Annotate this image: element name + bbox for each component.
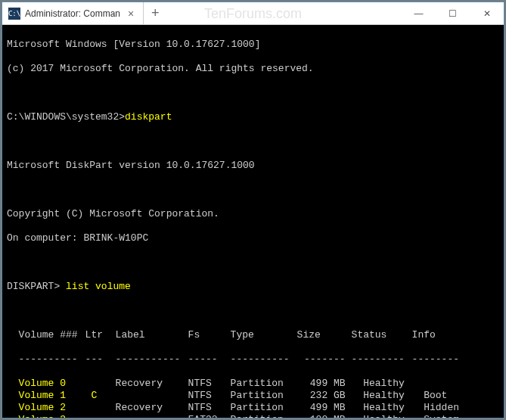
minimize-button[interactable]: — xyxy=(402,2,436,24)
dash: --------- xyxy=(352,353,412,366)
th-status: Status xyxy=(352,329,412,341)
table-row: Volume 2 RecoveryNTFSPartition499 MB Hea… xyxy=(7,402,499,414)
dash: ----- xyxy=(188,353,231,366)
dash: -------- xyxy=(412,353,461,366)
th-fs: Fs xyxy=(188,329,231,341)
app-window: C:\ Administrator: Comman × + — ☐ ✕ Micr… xyxy=(2,2,504,418)
dash: ---------- xyxy=(19,353,85,366)
new-tab-button[interactable]: + xyxy=(144,2,166,24)
close-button[interactable]: ✕ xyxy=(470,2,504,24)
th-size: Size xyxy=(297,329,352,341)
th-label: Label xyxy=(116,329,188,341)
cmd-icon: C:\ xyxy=(8,8,20,20)
th-type: Type xyxy=(231,329,297,341)
dash: ----------- xyxy=(116,353,188,366)
th-volume: Volume ### xyxy=(19,329,85,341)
banner-line: (c) 2017 Microsoft Corporation. All righ… xyxy=(7,63,499,75)
cmd-diskpart: diskpart xyxy=(125,111,172,123)
table-row: Volume 0 RecoveryNTFSPartition499 MB Hea… xyxy=(7,378,499,390)
table-row: Volume 1 CNTFSPartition232 GB HealthyBoo… xyxy=(7,390,499,402)
dp-computer: On computer: BRINK-W10PC xyxy=(7,232,499,244)
titlebar: C:\ Administrator: Comman × + — ☐ ✕ xyxy=(2,2,504,25)
tab-close-button[interactable]: × xyxy=(125,8,137,20)
th-info: Info xyxy=(412,329,461,341)
banner-line: Microsoft Windows [Version 10.0.17627.10… xyxy=(7,39,499,51)
dp-version: Microsoft DiskPart version 10.0.17627.10… xyxy=(7,160,499,172)
terminal-output[interactable]: Microsoft Windows [Version 10.0.17627.10… xyxy=(2,25,504,418)
th-ltr: Ltr xyxy=(85,329,116,341)
maximize-button[interactable]: ☐ xyxy=(436,2,470,24)
tab-active[interactable]: C:\ Administrator: Comman × xyxy=(2,2,144,24)
tab-title: Administrator: Comman xyxy=(25,8,120,19)
dash: --- xyxy=(85,353,116,366)
cmd-list-volume: list volume xyxy=(66,281,131,292)
table-row: Volume 3 FAT32Partition100 MB HealthySys… xyxy=(7,414,499,418)
prompt-path: C:\WINDOWS\system32> xyxy=(7,111,125,123)
dash: ---------- xyxy=(231,353,297,366)
dp-copyright: Copyright (C) Microsoft Corporation. xyxy=(7,208,499,220)
dash: ------- xyxy=(297,353,352,366)
diskpart-prompt: DISKPART> xyxy=(7,281,60,292)
